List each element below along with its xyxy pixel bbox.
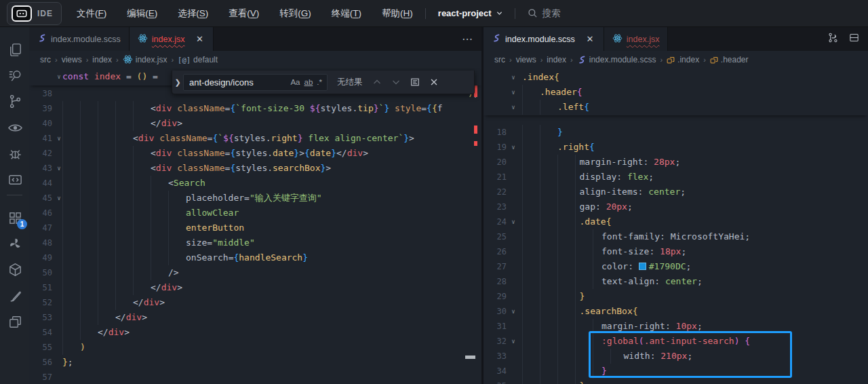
code-line-21[interactable]: 21display: flex; [484, 170, 868, 185]
breadcrumb-item-views[interactable]: views [62, 55, 82, 64]
tab-close-icon[interactable]: ✕ [585, 34, 595, 45]
fold-chevron-icon[interactable]: ∨ [509, 70, 518, 85]
preview-eye-icon[interactable] [6, 119, 24, 136]
code-line-43[interactable]: 43∨<div className={styles.searchBox}> [29, 161, 481, 176]
split-editor-icon[interactable] [848, 32, 860, 46]
code-line-53[interactable]: 53</div> [29, 310, 481, 325]
code-line-30[interactable]: 30∨.searchBox{ [484, 304, 868, 319]
code-line-39[interactable]: 39<div className={`font-size-30 ${styles… [29, 101, 481, 116]
code-line-51[interactable]: 51</div> [29, 280, 481, 295]
code-line-55[interactable]: 55) [29, 340, 481, 355]
breadcrumb-item-.index[interactable]: .index [667, 55, 699, 64]
code-line-47[interactable]: 47enterButton [29, 220, 481, 235]
code-line-35[interactable]: 35} [484, 379, 868, 384]
code-line-25[interactable]: 25font-family: MicrosoftYaHei; [484, 229, 868, 244]
match-case-toggle[interactable]: Aa [288, 77, 302, 88]
code-line-34[interactable]: 34} [484, 364, 868, 379]
screen-code-icon[interactable] [6, 171, 24, 189]
code-line-31[interactable]: 31margin-right: 10px; [484, 319, 868, 334]
code-line-50[interactable]: 50/> [29, 265, 481, 280]
code-line-22[interactable]: 22align-items: center; [484, 185, 868, 199]
menu-item-5[interactable]: 终端(T) [332, 7, 361, 20]
breadcrumb-item-src[interactable]: src [494, 55, 505, 64]
breadcrumb-item-index[interactable]: index [547, 55, 566, 64]
code-line-32[interactable]: 32∨:global(.ant-input-search) { [484, 334, 868, 349]
menu-item-4[interactable]: 转到(G) [279, 7, 311, 20]
windows-layers-icon[interactable] [6, 313, 24, 330]
code-line-46[interactable]: 46allowClear [29, 206, 481, 220]
breadcrumb-item-src[interactable]: src [40, 55, 51, 64]
tab-index.jsx[interactable]: index.jsx✕ [130, 27, 214, 51]
fold-chevron-icon[interactable]: ∨ [509, 85, 518, 100]
whole-word-toggle[interactable]: ab [302, 77, 315, 88]
tab-index.module.scss[interactable]: index.module.scss [29, 27, 130, 51]
find-input[interactable] [189, 77, 288, 88]
find-close-icon[interactable] [429, 77, 439, 87]
find-previous-icon[interactable] [372, 77, 382, 87]
menu-item-0[interactable]: 文件(F) [77, 7, 106, 20]
debug-bug-icon[interactable] [6, 145, 24, 162]
code-line-44[interactable]: 44<Search [29, 176, 481, 191]
menu-item-1[interactable]: 编辑(E) [127, 7, 157, 20]
breadcrumb-item-.header[interactable]: .header [710, 55, 749, 64]
menu-item-3[interactable]: 查看(V) [229, 7, 259, 20]
code-line-24[interactable]: 24∨.date{ [484, 214, 868, 229]
menu-item-2[interactable]: 选择(S) [178, 7, 208, 20]
ai-pinwheel-icon[interactable] [6, 235, 24, 252]
breadcrumb-item-default[interactable]: [@]default [178, 55, 218, 64]
code-line-23[interactable]: 23gap: 20px; [484, 199, 868, 214]
breadcrumb-item-index.jsx[interactable]: index.jsx [123, 54, 167, 64]
sticky-line-0[interactable]: ∨.index{ [484, 70, 868, 85]
explorer-icon[interactable] [6, 41, 24, 58]
tab-index.jsx[interactable]: index.jsx [604, 27, 669, 51]
source-control-icon[interactable] [6, 92, 24, 110]
code-line-48[interactable]: 48size="middle" [29, 235, 481, 250]
fold-chevron-icon[interactable]: ∨ [509, 304, 518, 319]
breadcrumb-item-index[interactable]: index [92, 55, 112, 64]
code-line-40[interactable]: 40</div> [29, 116, 481, 131]
code-line-20[interactable]: 20margin-right: 28px; [484, 155, 868, 170]
code-line-19[interactable]: 19∨.right{ [484, 140, 868, 155]
extensions-icon[interactable]: 1 [6, 209, 24, 227]
package-cube-icon[interactable] [6, 261, 24, 278]
code-line-26[interactable]: 26font-size: 18px; [484, 244, 868, 259]
code-line-52[interactable]: 52</div> [29, 295, 481, 310]
more-actions-icon[interactable]: ⋯ [462, 33, 473, 45]
sticky-line-1[interactable]: ∨.header{ [484, 85, 868, 100]
sticky-line-2[interactable]: ∨.left{ [484, 100, 868, 115]
code-line-28[interactable]: 28text-align: center; [484, 274, 868, 289]
code-line-18[interactable]: 18} [484, 125, 868, 140]
code-line-41[interactable]: 41∨<div className={`${styles.right} flex… [29, 131, 481, 146]
breadcrumb-item-views[interactable]: views [516, 55, 536, 64]
tab-index.module.scss[interactable]: index.module.scss✕ [484, 27, 604, 51]
code-line-27[interactable]: 27color: #1790DC; [484, 259, 868, 274]
find-collapse-icon[interactable]: ❯ [172, 78, 183, 87]
editor-left[interactable]: ∨const index = () = 38),39<div className… [29, 68, 481, 384]
search-icon[interactable] [6, 66, 24, 84]
find-in-selection-icon[interactable] [410, 77, 420, 87]
global-search[interactable]: 搜索 [528, 7, 561, 20]
fold-chevron-icon[interactable]: ∨ [509, 100, 518, 115]
code-line-45[interactable]: 45∨placeholder="输入关键字查询" [29, 191, 481, 206]
fold-chevron-icon[interactable]: ∨ [509, 334, 518, 349]
fold-chevron-icon[interactable]: ∨ [509, 140, 518, 155]
code-line-57[interactable]: 57 [29, 370, 481, 384]
indent-guides [522, 185, 580, 199]
compare-changes-icon[interactable] [827, 32, 839, 46]
code-line-42[interactable]: 42<div className={styles.date}>{date}</d… [29, 146, 481, 161]
breadcrumb-item-index.module.scss[interactable]: index.module.scss [577, 55, 656, 64]
editor-right[interactable]: ∨.index{∨.header{∨.left{ 18}19∨.right{20… [484, 68, 868, 384]
regex-toggle[interactable]: .* [315, 77, 324, 88]
code-line-29[interactable]: 29} [484, 289, 868, 304]
brush-icon[interactable] [6, 287, 24, 305]
find-next-icon[interactable] [391, 77, 401, 87]
menu-item-6[interactable]: 帮助(H) [382, 7, 413, 20]
project-picker[interactable]: react-project [438, 8, 502, 18]
fold-chevron-icon[interactable]: ∨ [509, 214, 518, 229]
tab-close-icon[interactable]: ✕ [194, 34, 205, 45]
code-line-49[interactable]: 49onSearch={handleSearch} [29, 250, 481, 265]
fold-chevron-icon[interactable]: ∨ [54, 69, 64, 84]
code-line-56[interactable]: 56}; [29, 355, 481, 370]
code-line-33[interactable]: 33width: 210px; [484, 349, 868, 364]
code-line-54[interactable]: 54</div> [29, 325, 481, 340]
